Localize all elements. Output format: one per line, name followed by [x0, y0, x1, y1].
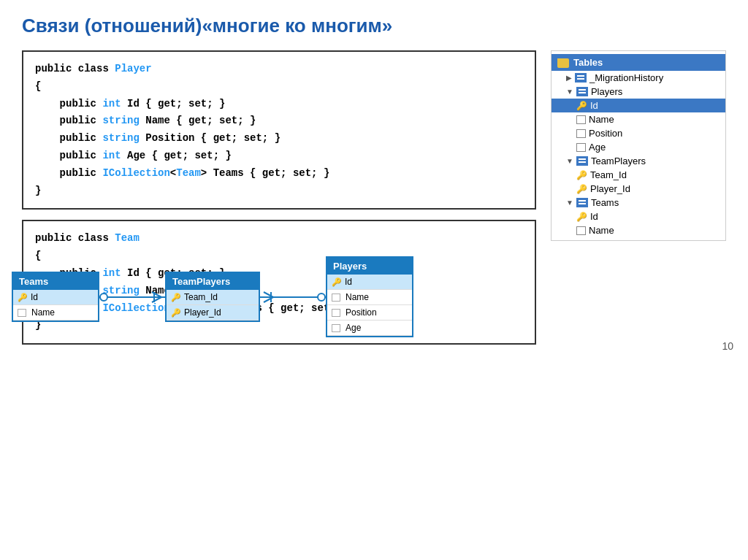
- connector-2: [260, 286, 326, 308]
- code-line: public class Player: [35, 61, 523, 78]
- tree-node-migrationhistory[interactable]: ▶ _MigrationHistory: [552, 71, 725, 85]
- code-line: public string Name { get; set; }: [35, 112, 523, 130]
- page: Связи (отношений)«многие ко многим» publ…: [0, 0, 748, 359]
- svg-line-7: [264, 297, 273, 302]
- key-icon: 🔑: [576, 101, 587, 111]
- field-label: Team_Id: [184, 292, 218, 302]
- db-diagram: Teams 🔑 Id Name: [12, 256, 736, 337]
- table-icon: [575, 73, 587, 83]
- db-row: 🔑 Id: [13, 290, 98, 305]
- table-icon: [576, 198, 588, 207]
- db-table-players: Players 🔑 Id Name Position Age: [326, 256, 413, 337]
- db-table-players-body: 🔑 Id Name Position Age: [327, 275, 412, 336]
- db-table-teamplayers: TeamPlayers 🔑 Team_Id 🔑 Player_Id: [165, 272, 260, 322]
- tree-node-label: Teams: [591, 197, 619, 208]
- db-row: Name: [327, 290, 412, 305]
- tree-node-label: Age: [589, 142, 606, 153]
- table-icon: [576, 156, 588, 166]
- code-line: public string Position { get; set; }: [35, 130, 523, 147]
- table-icon: [576, 87, 588, 96]
- col-icon: [576, 143, 586, 152]
- connector-1: [99, 286, 165, 308]
- key-icon: 🔑: [576, 212, 587, 222]
- tree-node-label: Players: [591, 86, 622, 97]
- code-line: public int Age { get; set; }: [35, 147, 523, 165]
- field-label: Name: [346, 292, 369, 302]
- key-icon: 🔑: [576, 170, 587, 180]
- tree-node-players[interactable]: ▼ Players: [552, 85, 725, 99]
- page-title: Связи (отношений)«многие ко многим»: [22, 15, 726, 37]
- svg-point-1: [100, 294, 107, 301]
- connector-svg-2: [260, 286, 326, 308]
- db-table-teams-body: 🔑 Id Name: [13, 290, 98, 321]
- tree-node-teams-name[interactable]: Name: [552, 223, 725, 237]
- tree-node-label: Name: [589, 114, 614, 125]
- tree-node-players-id[interactable]: 🔑 Id: [552, 99, 725, 112]
- tree-node-label: Id: [590, 100, 598, 111]
- page-number: 10: [722, 340, 733, 352]
- key-icon: 🔑: [332, 277, 342, 287]
- code-line: {: [35, 78, 523, 96]
- db-table-teamplayers-body: 🔑 Team_Id 🔑 Player_Id: [167, 290, 259, 321]
- tree-node-label: Id: [590, 211, 598, 222]
- tree-panel: Tables ▶ _MigrationHistory ▼ Players: [551, 50, 726, 241]
- col-icon: [332, 309, 340, 317]
- key-icon: 🔑: [171, 293, 181, 302]
- key-icon: 🔑: [576, 184, 587, 194]
- svg-line-3: [152, 297, 161, 302]
- expand-arrow-icon: ▼: [566, 88, 573, 96]
- db-row: 🔑 Id: [327, 275, 412, 290]
- db-table-teamplayers-header: TeamPlayers: [167, 273, 259, 290]
- db-table-players-header: Players: [327, 258, 412, 275]
- expand-arrow-icon: ▼: [566, 157, 573, 165]
- tree-node-label: TeamPlayers: [591, 156, 646, 166]
- field-label: Id: [345, 277, 352, 287]
- key-icon: 🔑: [18, 293, 28, 302]
- col-icon: [332, 324, 340, 332]
- svg-point-9: [318, 294, 325, 301]
- code-line: public int Id { get; set; }: [35, 96, 523, 113]
- code-line: }: [35, 183, 523, 200]
- tree-node-teams[interactable]: ▼ Teams: [552, 196, 725, 210]
- db-table-teams-header: Teams: [13, 273, 98, 290]
- db-row: 🔑 Player_Id: [167, 305, 259, 321]
- db-row: 🔑 Team_Id: [167, 290, 259, 305]
- tree-node-players-age[interactable]: Age: [552, 140, 725, 154]
- col-icon: [576, 226, 586, 235]
- tree-node-label: Team_Id: [590, 169, 627, 180]
- folder-icon: [557, 58, 569, 68]
- col-icon: [18, 309, 26, 317]
- svg-line-6: [264, 292, 273, 297]
- tree-node-players-position[interactable]: Position: [552, 126, 725, 140]
- tree-header: Tables: [552, 54, 725, 71]
- db-table-teams: Teams 🔑 Id Name: [12, 272, 99, 322]
- field-label: Age: [346, 323, 361, 333]
- player-class-box: public class Player { public int Id { ge…: [22, 50, 536, 210]
- expand-arrow-icon: ▶: [566, 74, 572, 82]
- tree-node-teamplayers-playerid[interactable]: 🔑 Player_Id: [552, 182, 725, 196]
- col-icon: [332, 294, 340, 302]
- expand-arrow-icon: ▼: [566, 199, 573, 207]
- code-line: public class Team: [35, 230, 523, 248]
- col-icon: [576, 129, 586, 138]
- tree-node-teamplayers[interactable]: ▼ TeamPlayers: [552, 154, 725, 168]
- db-row: Name: [13, 305, 98, 321]
- field-label: Position: [346, 307, 377, 318]
- key-icon: 🔑: [171, 308, 181, 318]
- field-label: Id: [31, 292, 38, 302]
- db-row: Position: [327, 305, 412, 321]
- col-icon: [576, 115, 586, 124]
- code-line: public ICollection<Team> Teams { get; se…: [35, 165, 523, 183]
- tree-node-teamplayers-teamid[interactable]: 🔑 Team_Id: [552, 168, 725, 182]
- db-row: Age: [327, 321, 412, 336]
- field-label: Name: [31, 307, 55, 318]
- tree-node-players-name[interactable]: Name: [552, 112, 725, 126]
- tree-node-label: Position: [589, 128, 622, 139]
- tree-node-label: _MigrationHistory: [589, 72, 663, 83]
- field-label: Player_Id: [184, 307, 221, 318]
- tree-node-teams-id[interactable]: 🔑 Id: [552, 210, 725, 223]
- tree-header-label: Tables: [573, 57, 603, 68]
- tree-node-label: Name: [589, 225, 614, 236]
- connector-svg-1: [99, 286, 165, 308]
- tree-node-label: Player_Id: [590, 183, 630, 194]
